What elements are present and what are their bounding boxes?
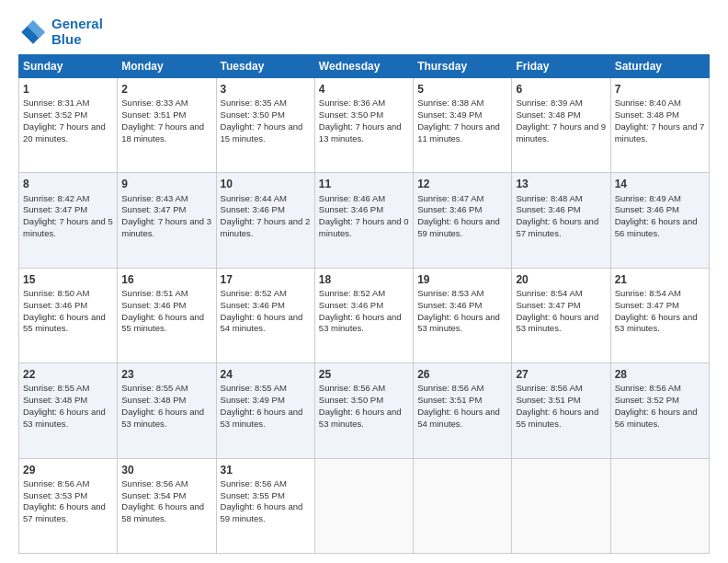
calendar-cell: 2Sunrise: 8:33 AMSunset: 3:51 PMDaylight… <box>118 78 216 173</box>
calendar-cell: 16Sunrise: 8:51 AMSunset: 3:46 PMDayligh… <box>118 268 216 362</box>
day-number: 9 <box>121 177 211 191</box>
weekday-header: Monday <box>118 55 216 78</box>
calendar-cell: 13Sunrise: 8:48 AMSunset: 3:46 PMDayligh… <box>512 173 610 268</box>
sunrise-text: Sunrise: 8:38 AM <box>417 98 507 109</box>
calendar-week-row: 29Sunrise: 8:56 AMSunset: 3:53 PMDayligh… <box>19 458 710 553</box>
day-number: 19 <box>417 272 507 287</box>
sunrise-text: Sunrise: 8:56 AM <box>615 383 705 395</box>
sunset-text: Sunset: 3:46 PM <box>23 300 113 312</box>
calendar-cell: 12Sunrise: 8:47 AMSunset: 3:46 PMDayligh… <box>414 173 512 268</box>
sunrise-text: Sunrise: 8:56 AM <box>221 478 311 490</box>
calendar-cell: 19Sunrise: 8:53 AMSunset: 3:46 PMDayligh… <box>414 268 512 362</box>
daylight-text: Daylight: 6 hours and 54 minutes. <box>221 312 311 336</box>
calendar-cell: 25Sunrise: 8:56 AMSunset: 3:50 PMDayligh… <box>314 363 413 458</box>
calendar-body: 1Sunrise: 8:31 AMSunset: 3:52 PMDaylight… <box>19 78 710 554</box>
sunrise-text: Sunrise: 8:53 AM <box>417 288 507 300</box>
sunset-text: Sunset: 3:47 PM <box>615 300 705 312</box>
sunset-text: Sunset: 3:48 PM <box>615 109 705 121</box>
sunset-text: Sunset: 3:46 PM <box>516 204 606 216</box>
sunrise-text: Sunrise: 8:51 AM <box>121 288 211 300</box>
calendar-cell: 18Sunrise: 8:52 AMSunset: 3:46 PMDayligh… <box>314 268 413 362</box>
day-number: 30 <box>121 463 211 477</box>
sunrise-text: Sunrise: 8:31 AM <box>23 98 113 109</box>
calendar-week-row: 8Sunrise: 8:42 AMSunset: 3:47 PMDaylight… <box>19 173 710 268</box>
calendar-cell: 3Sunrise: 8:35 AMSunset: 3:50 PMDaylight… <box>216 78 314 173</box>
sunrise-text: Sunrise: 8:54 AM <box>516 288 606 300</box>
logo-icon <box>18 17 48 47</box>
day-number: 7 <box>615 82 705 97</box>
weekday-header: Wednesday <box>314 55 413 78</box>
calendar-cell: 29Sunrise: 8:56 AMSunset: 3:53 PMDayligh… <box>19 458 118 553</box>
calendar-week-row: 1Sunrise: 8:31 AMSunset: 3:52 PMDaylight… <box>19 78 710 173</box>
day-number: 13 <box>516 177 606 191</box>
calendar-cell: 24Sunrise: 8:55 AMSunset: 3:49 PMDayligh… <box>216 363 314 458</box>
calendar-cell: 31Sunrise: 8:56 AMSunset: 3:55 PMDayligh… <box>216 458 314 553</box>
sunset-text: Sunset: 3:48 PM <box>121 395 211 407</box>
sunset-text: Sunset: 3:46 PM <box>221 204 311 216</box>
sunrise-text: Sunrise: 8:56 AM <box>121 478 211 490</box>
sunrise-text: Sunrise: 8:47 AM <box>417 193 507 205</box>
daylight-text: Daylight: 6 hours and 53 minutes. <box>615 312 705 336</box>
day-number: 29 <box>23 463 113 477</box>
daylight-text: Daylight: 6 hours and 53 minutes. <box>221 407 311 431</box>
sunrise-text: Sunrise: 8:52 AM <box>319 288 409 300</box>
calendar-cell <box>512 458 610 553</box>
daylight-text: Daylight: 7 hours and 20 minutes. <box>23 121 113 145</box>
sunset-text: Sunset: 3:51 PM <box>121 109 211 121</box>
weekday-header-row: SundayMondayTuesdayWednesdayThursdayFrid… <box>19 55 710 78</box>
sunrise-text: Sunrise: 8:46 AM <box>319 193 409 205</box>
sunset-text: Sunset: 3:46 PM <box>417 204 507 216</box>
weekday-header: Thursday <box>414 55 512 78</box>
day-number: 1 <box>23 82 113 97</box>
sunrise-text: Sunrise: 8:56 AM <box>23 478 113 490</box>
calendar-cell: 15Sunrise: 8:50 AMSunset: 3:46 PMDayligh… <box>19 268 118 362</box>
sunset-text: Sunset: 3:49 PM <box>221 395 311 407</box>
sunset-text: Sunset: 3:47 PM <box>516 300 606 312</box>
sunset-text: Sunset: 3:50 PM <box>221 109 311 121</box>
sunset-text: Sunset: 3:46 PM <box>319 300 409 312</box>
logo-text: General Blue <box>51 17 103 47</box>
sunset-text: Sunset: 3:46 PM <box>221 300 311 312</box>
sunset-text: Sunset: 3:46 PM <box>121 300 211 312</box>
day-number: 25 <box>319 367 409 382</box>
calendar-cell: 4Sunrise: 8:36 AMSunset: 3:50 PMDaylight… <box>314 78 413 173</box>
header: General Blue <box>18 17 710 47</box>
daylight-text: Daylight: 6 hours and 59 minutes. <box>221 501 311 525</box>
calendar-cell: 20Sunrise: 8:54 AMSunset: 3:47 PMDayligh… <box>512 268 610 362</box>
sunset-text: Sunset: 3:50 PM <box>319 109 409 121</box>
daylight-text: Daylight: 6 hours and 56 minutes. <box>615 407 705 431</box>
sunrise-text: Sunrise: 8:40 AM <box>615 98 705 109</box>
daylight-text: Daylight: 6 hours and 55 minutes. <box>121 312 211 336</box>
sunset-text: Sunset: 3:55 PM <box>221 490 311 502</box>
day-number: 15 <box>23 272 113 287</box>
calendar-cell: 10Sunrise: 8:44 AMSunset: 3:46 PMDayligh… <box>216 173 314 268</box>
daylight-text: Daylight: 6 hours and 53 minutes. <box>516 312 606 336</box>
sunrise-text: Sunrise: 8:44 AM <box>221 193 311 205</box>
day-number: 10 <box>221 177 311 191</box>
daylight-text: Daylight: 6 hours and 54 minutes. <box>417 407 507 431</box>
day-number: 27 <box>516 367 606 382</box>
page: General Blue SundayMondayTuesdayWednesda… <box>0 0 728 563</box>
daylight-text: Daylight: 6 hours and 56 minutes. <box>615 216 705 240</box>
calendar-cell: 5Sunrise: 8:38 AMSunset: 3:49 PMDaylight… <box>414 78 512 173</box>
calendar-cell <box>610 458 709 553</box>
daylight-text: Daylight: 7 hours and 18 minutes. <box>121 121 211 145</box>
sunrise-text: Sunrise: 8:50 AM <box>23 288 113 300</box>
daylight-text: Daylight: 6 hours and 57 minutes. <box>516 216 606 240</box>
sunset-text: Sunset: 3:48 PM <box>23 395 113 407</box>
daylight-text: Daylight: 6 hours and 53 minutes. <box>417 312 507 336</box>
daylight-text: Daylight: 7 hours and 9 minutes. <box>516 121 606 145</box>
sunrise-text: Sunrise: 8:42 AM <box>23 193 113 205</box>
calendar-cell: 1Sunrise: 8:31 AMSunset: 3:52 PMDaylight… <box>19 78 118 173</box>
daylight-text: Daylight: 6 hours and 57 minutes. <box>23 501 113 525</box>
sunset-text: Sunset: 3:51 PM <box>516 395 606 407</box>
daylight-text: Daylight: 6 hours and 53 minutes. <box>121 407 211 431</box>
day-number: 6 <box>516 82 606 97</box>
calendar-cell: 8Sunrise: 8:42 AMSunset: 3:47 PMDaylight… <box>19 173 118 268</box>
sunset-text: Sunset: 3:54 PM <box>121 490 211 502</box>
sunrise-text: Sunrise: 8:55 AM <box>221 383 311 395</box>
calendar-cell: 27Sunrise: 8:56 AMSunset: 3:51 PMDayligh… <box>512 363 610 458</box>
sunrise-text: Sunrise: 8:54 AM <box>615 288 705 300</box>
day-number: 18 <box>319 272 409 287</box>
calendar-cell <box>314 458 413 553</box>
